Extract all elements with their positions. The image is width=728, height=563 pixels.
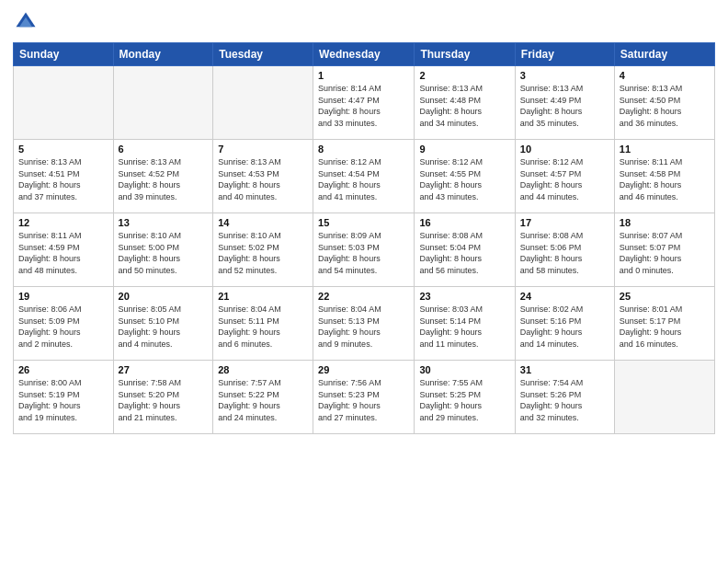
day-info: Sunrise: 8:07 AMSunset: 5:07 PMDaylight:… xyxy=(620,230,710,276)
day-number: 23 xyxy=(419,291,509,302)
day-info: Sunrise: 8:12 AMSunset: 4:55 PMDaylight:… xyxy=(419,156,509,202)
day-info: Sunrise: 7:57 AMSunset: 5:22 PMDaylight:… xyxy=(218,377,308,423)
day-info: Sunrise: 8:08 AMSunset: 5:06 PMDaylight:… xyxy=(520,230,609,276)
day-info: Sunrise: 8:01 AMSunset: 5:17 PMDaylight:… xyxy=(620,304,710,350)
weekday-header-tuesday: Tuesday xyxy=(213,43,313,66)
calendar-cell xyxy=(14,66,114,140)
day-number: 21 xyxy=(218,291,308,302)
calendar-cell: 5Sunrise: 8:13 AMSunset: 4:51 PMDaylight… xyxy=(14,140,114,213)
day-info: Sunrise: 8:11 AMSunset: 4:58 PMDaylight:… xyxy=(620,156,710,202)
calendar-cell xyxy=(213,66,313,140)
calendar-cell: 7Sunrise: 8:13 AMSunset: 4:53 PMDaylight… xyxy=(213,140,313,213)
weekday-header-saturday: Saturday xyxy=(614,43,714,66)
logo xyxy=(13,9,42,35)
calendar-cell: 16Sunrise: 8:08 AMSunset: 5:04 PMDayligh… xyxy=(415,213,515,287)
day-number: 29 xyxy=(318,364,409,375)
weekday-header-row: SundayMondayTuesdayWednesdayThursdayFrid… xyxy=(14,43,715,66)
header xyxy=(13,9,715,35)
calendar-cell xyxy=(113,66,213,140)
weekday-header-friday: Friday xyxy=(515,43,614,66)
day-number: 7 xyxy=(218,144,308,155)
day-number: 31 xyxy=(520,364,609,375)
day-info: Sunrise: 8:09 AMSunset: 5:03 PMDaylight:… xyxy=(318,230,409,276)
day-number: 1 xyxy=(318,70,409,81)
calendar-week-row: 26Sunrise: 8:00 AMSunset: 5:19 PMDayligh… xyxy=(14,361,715,434)
calendar-cell: 17Sunrise: 8:08 AMSunset: 5:06 PMDayligh… xyxy=(515,213,614,287)
weekday-header-wednesday: Wednesday xyxy=(313,43,415,66)
day-number: 9 xyxy=(419,144,509,155)
calendar-cell: 10Sunrise: 8:12 AMSunset: 4:57 PMDayligh… xyxy=(515,140,614,213)
day-number: 6 xyxy=(119,144,209,155)
calendar-cell: 31Sunrise: 7:54 AMSunset: 5:26 PMDayligh… xyxy=(515,361,614,434)
day-info: Sunrise: 8:11 AMSunset: 4:59 PMDaylight:… xyxy=(18,230,108,276)
page: SundayMondayTuesdayWednesdayThursdayFrid… xyxy=(0,0,728,563)
day-number: 10 xyxy=(520,144,609,155)
calendar-cell: 19Sunrise: 8:06 AMSunset: 5:09 PMDayligh… xyxy=(14,287,114,361)
calendar-cell: 30Sunrise: 7:55 AMSunset: 5:25 PMDayligh… xyxy=(415,361,515,434)
calendar-cell: 12Sunrise: 8:11 AMSunset: 4:59 PMDayligh… xyxy=(14,213,114,287)
calendar-week-row: 12Sunrise: 8:11 AMSunset: 4:59 PMDayligh… xyxy=(14,213,715,287)
day-info: Sunrise: 8:05 AMSunset: 5:10 PMDaylight:… xyxy=(119,304,209,350)
day-number: 2 xyxy=(419,70,509,81)
calendar-cell: 9Sunrise: 8:12 AMSunset: 4:55 PMDaylight… xyxy=(415,140,515,213)
day-number: 13 xyxy=(119,217,209,228)
day-number: 19 xyxy=(18,291,108,302)
day-info: Sunrise: 8:13 AMSunset: 4:50 PMDaylight:… xyxy=(620,83,710,129)
day-number: 18 xyxy=(620,217,710,228)
day-info: Sunrise: 8:02 AMSunset: 5:16 PMDaylight:… xyxy=(520,304,609,350)
calendar-cell: 22Sunrise: 8:04 AMSunset: 5:13 PMDayligh… xyxy=(313,287,415,361)
day-info: Sunrise: 8:10 AMSunset: 5:00 PMDaylight:… xyxy=(119,230,209,276)
calendar-cell: 4Sunrise: 8:13 AMSunset: 4:50 PMDaylight… xyxy=(614,66,714,140)
calendar-cell xyxy=(614,361,714,434)
calendar-cell: 25Sunrise: 8:01 AMSunset: 5:17 PMDayligh… xyxy=(614,287,714,361)
calendar-table: SundayMondayTuesdayWednesdayThursdayFrid… xyxy=(13,42,715,434)
calendar-cell: 3Sunrise: 8:13 AMSunset: 4:49 PMDaylight… xyxy=(515,66,614,140)
calendar-week-row: 1Sunrise: 8:14 AMSunset: 4:47 PMDaylight… xyxy=(14,66,715,140)
day-info: Sunrise: 7:54 AMSunset: 5:26 PMDaylight:… xyxy=(520,377,609,423)
day-number: 25 xyxy=(620,291,710,302)
day-info: Sunrise: 8:00 AMSunset: 5:19 PMDaylight:… xyxy=(18,377,108,423)
day-info: Sunrise: 8:13 AMSunset: 4:49 PMDaylight:… xyxy=(520,83,609,129)
day-number: 27 xyxy=(119,364,209,375)
day-number: 26 xyxy=(18,364,108,375)
logo-icon xyxy=(13,9,39,35)
calendar-cell: 28Sunrise: 7:57 AMSunset: 5:22 PMDayligh… xyxy=(213,361,313,434)
weekday-header-monday: Monday xyxy=(113,43,213,66)
calendar-cell: 21Sunrise: 8:04 AMSunset: 5:11 PMDayligh… xyxy=(213,287,313,361)
weekday-header-sunday: Sunday xyxy=(14,43,114,66)
calendar-cell: 6Sunrise: 8:13 AMSunset: 4:52 PMDaylight… xyxy=(113,140,213,213)
day-number: 28 xyxy=(218,364,308,375)
day-info: Sunrise: 8:13 AMSunset: 4:53 PMDaylight:… xyxy=(218,156,308,202)
calendar-cell: 27Sunrise: 7:58 AMSunset: 5:20 PMDayligh… xyxy=(113,361,213,434)
day-info: Sunrise: 8:12 AMSunset: 4:54 PMDaylight:… xyxy=(318,156,409,202)
calendar-cell: 11Sunrise: 8:11 AMSunset: 4:58 PMDayligh… xyxy=(614,140,714,213)
calendar-cell: 23Sunrise: 8:03 AMSunset: 5:14 PMDayligh… xyxy=(415,287,515,361)
day-number: 8 xyxy=(318,144,409,155)
calendar-cell: 18Sunrise: 8:07 AMSunset: 5:07 PMDayligh… xyxy=(614,213,714,287)
day-info: Sunrise: 8:08 AMSunset: 5:04 PMDaylight:… xyxy=(419,230,509,276)
calendar-cell: 8Sunrise: 8:12 AMSunset: 4:54 PMDaylight… xyxy=(313,140,415,213)
day-number: 14 xyxy=(218,217,308,228)
day-info: Sunrise: 8:13 AMSunset: 4:52 PMDaylight:… xyxy=(119,156,209,202)
day-info: Sunrise: 8:14 AMSunset: 4:47 PMDaylight:… xyxy=(318,83,409,129)
day-number: 22 xyxy=(318,291,409,302)
calendar-cell: 29Sunrise: 7:56 AMSunset: 5:23 PMDayligh… xyxy=(313,361,415,434)
day-number: 4 xyxy=(620,70,710,81)
day-number: 30 xyxy=(419,364,509,375)
day-info: Sunrise: 7:58 AMSunset: 5:20 PMDaylight:… xyxy=(119,377,209,423)
day-info: Sunrise: 8:03 AMSunset: 5:14 PMDaylight:… xyxy=(419,304,509,350)
calendar-week-row: 5Sunrise: 8:13 AMSunset: 4:51 PMDaylight… xyxy=(14,140,715,213)
calendar-week-row: 19Sunrise: 8:06 AMSunset: 5:09 PMDayligh… xyxy=(14,287,715,361)
day-info: Sunrise: 8:04 AMSunset: 5:11 PMDaylight:… xyxy=(218,304,308,350)
day-info: Sunrise: 7:56 AMSunset: 5:23 PMDaylight:… xyxy=(318,377,409,423)
day-number: 12 xyxy=(18,217,108,228)
calendar-cell: 26Sunrise: 8:00 AMSunset: 5:19 PMDayligh… xyxy=(14,361,114,434)
day-number: 16 xyxy=(419,217,509,228)
calendar-cell: 14Sunrise: 8:10 AMSunset: 5:02 PMDayligh… xyxy=(213,213,313,287)
calendar-cell: 15Sunrise: 8:09 AMSunset: 5:03 PMDayligh… xyxy=(313,213,415,287)
day-number: 3 xyxy=(520,70,609,81)
weekday-header-thursday: Thursday xyxy=(415,43,515,66)
day-info: Sunrise: 7:55 AMSunset: 5:25 PMDaylight:… xyxy=(419,377,509,423)
day-number: 15 xyxy=(318,217,409,228)
day-number: 5 xyxy=(18,144,108,155)
